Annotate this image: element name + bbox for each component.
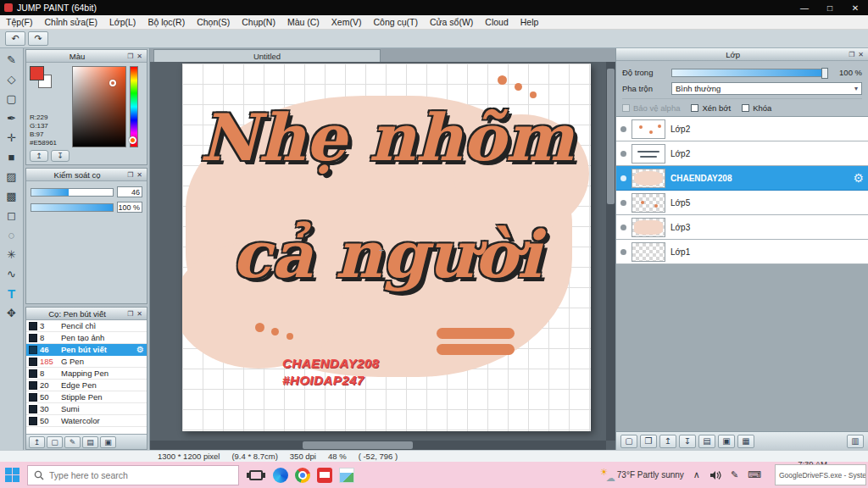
menu-color[interactable]: Màu (C): [281, 15, 326, 29]
menu-tools[interactable]: Công cụ(T): [367, 15, 424, 29]
photos-app-icon[interactable]: [339, 468, 354, 483]
layer-down-icon[interactable]: ↧: [679, 435, 696, 448]
menu-file[interactable]: Tệp(F): [0, 15, 39, 29]
palette-down-icon[interactable]: ↧: [51, 150, 70, 162]
marquee-tool-icon[interactable]: ◻: [2, 206, 22, 225]
duplicate-layer-icon[interactable]: ❐: [640, 435, 657, 448]
maximize-button[interactable]: □: [817, 0, 843, 15]
menu-capture[interactable]: Chụp(N): [236, 15, 281, 29]
new-brush-icon[interactable]: ▢: [47, 436, 63, 448]
brush-item-selected[interactable]: 46 Pen bút viết ⚙: [26, 344, 147, 356]
menu-view[interactable]: Xem(V): [326, 15, 368, 29]
jump-app-icon[interactable]: [317, 468, 332, 483]
taskbar-weather[interactable]: ☀☁ 73°F Partly sunny: [600, 469, 684, 481]
layer-visibility-icon[interactable]: [620, 175, 626, 181]
layer-visibility-icon[interactable]: [620, 249, 626, 255]
curve-tool-icon[interactable]: ∿: [2, 264, 22, 284]
opacity-slider-thumb[interactable]: [821, 68, 828, 79]
brush-item[interactable]: 8 Pen tạo ảnh: [26, 332, 147, 344]
popout-icon[interactable]: ❐: [125, 310, 135, 318]
clipping-checkbox[interactable]: Xén bớt: [691, 103, 731, 113]
brush-item[interactable]: 3 Pencil chì: [26, 320, 147, 332]
layer-opacity-slider[interactable]: [671, 69, 828, 77]
brush-item[interactable]: 20 Edge Pen: [26, 380, 147, 391]
merge-layer-icon[interactable]: ▤: [698, 435, 715, 448]
menu-select[interactable]: Chọn(S): [191, 15, 236, 29]
menu-help[interactable]: Help: [515, 15, 545, 29]
menu-filter[interactable]: Bộ lọc(R): [142, 15, 191, 29]
horizontal-scrollbar-thumb[interactable]: [303, 441, 413, 449]
volume-icon[interactable]: [709, 470, 721, 480]
layer-row[interactable]: Lớp5: [616, 191, 868, 215]
layer-up-icon[interactable]: ↥: [659, 435, 676, 448]
layer-row[interactable]: Lớp1: [616, 240, 868, 264]
vertical-scrollbar-thumb[interactable]: [607, 69, 615, 204]
layer-visibility-icon[interactable]: [620, 200, 626, 206]
shape-tool-icon[interactable]: ■: [2, 147, 22, 167]
palette-up-icon[interactable]: ↥: [30, 150, 48, 162]
popout-icon[interactable]: ❐: [125, 53, 135, 60]
brush-folder-icon[interactable]: ▣: [100, 436, 116, 448]
eraser-tool-icon[interactable]: ◇: [2, 69, 22, 89]
hand-tool-icon[interactable]: ✥: [2, 303, 22, 323]
layer-grid-icon[interactable]: ▦: [737, 435, 754, 448]
select-rect-tool-icon[interactable]: ▢: [2, 89, 22, 108]
layer-settings-gear-icon[interactable]: ⚙: [853, 171, 864, 185]
close-panel-icon[interactable]: ✕: [856, 51, 865, 58]
search-input[interactable]: [49, 470, 232, 480]
close-panel-icon[interactable]: ✕: [135, 310, 144, 318]
paint-canvas[interactable]: Nhẹ nhõm cả người CHAENDAY208 #HOIDAP247…: [182, 64, 591, 431]
menu-cloud[interactable]: Cloud: [479, 15, 514, 29]
layer-visibility-icon[interactable]: [620, 225, 626, 230]
lock-checkbox[interactable]: Khóa: [742, 103, 771, 113]
brush-opacity-slider[interactable]: [31, 203, 114, 212]
layer-visibility-icon[interactable]: [620, 126, 626, 132]
move-tool-icon[interactable]: ✛: [2, 128, 22, 147]
layer-row[interactable]: Lớp2: [616, 141, 868, 166]
edit-brush-icon[interactable]: ✎: [64, 436, 81, 448]
brush-settings-gear-icon[interactable]: ⚙: [136, 345, 144, 354]
layer-visibility-icon[interactable]: [620, 151, 626, 157]
brush-item[interactable]: 8 Mapping Pen: [26, 368, 147, 380]
undo-button[interactable]: ↶: [5, 31, 25, 46]
chrome-browser-icon[interactable]: [295, 468, 310, 483]
close-panel-icon[interactable]: ✕: [135, 53, 144, 60]
edge-browser-icon[interactable]: [273, 468, 288, 483]
new-layer-icon[interactable]: ▢: [620, 435, 637, 448]
magic-wand-tool-icon[interactable]: ✳: [2, 245, 22, 264]
brush-item[interactable]: 50 Watercolor: [26, 415, 147, 427]
saturation-value-picker[interactable]: [72, 66, 126, 147]
layer-row[interactable]: Lớp3: [616, 215, 868, 240]
pen-tray-icon[interactable]: ✎: [731, 469, 738, 480]
menu-window[interactable]: Cửa sổ(W): [424, 15, 479, 29]
horizontal-scrollbar[interactable]: [150, 441, 606, 450]
gradient-tool-icon[interactable]: ▩: [2, 186, 22, 206]
color-swatches[interactable]: [30, 66, 55, 92]
close-button[interactable]: ✕: [843, 0, 868, 15]
vertical-scrollbar[interactable]: [606, 62, 615, 441]
pen-tool-icon[interactable]: ✎: [2, 50, 22, 69]
pen-nib-tool-icon[interactable]: ✒: [2, 108, 22, 128]
popout-icon[interactable]: ❐: [847, 51, 856, 58]
canvas-viewport[interactable]: Nhẹ nhõm cả người CHAENDAY208 #HOIDAP247…: [150, 62, 615, 450]
lasso-tool-icon[interactable]: ◌: [2, 225, 22, 245]
keyboard-tray-icon[interactable]: ⌨: [748, 469, 761, 480]
delete-layer-icon[interactable]: ▥: [847, 435, 864, 448]
brush-opacity-value[interactable]: 100 %: [117, 202, 142, 213]
menu-edit[interactable]: Chỉnh sửa(E): [39, 15, 103, 29]
protect-alpha-checkbox[interactable]: Bảo vệ alpha: [622, 103, 680, 113]
brush-list-icon[interactable]: ▤: [82, 436, 98, 448]
foreground-color-swatch[interactable]: [30, 66, 44, 80]
layer-row-selected[interactable]: CHAENDAY208 ⚙: [616, 166, 868, 191]
redo-button[interactable]: ↷: [28, 31, 48, 46]
menu-layer[interactable]: Lớp(L): [103, 15, 142, 29]
brush-size-value[interactable]: 46: [117, 186, 142, 197]
brush-item[interactable]: 185 G Pen: [26, 356, 147, 368]
layer-folder-icon[interactable]: ▣: [718, 435, 735, 448]
taskbar-search[interactable]: [27, 465, 239, 485]
text-tool-icon[interactable]: T: [2, 284, 22, 303]
document-tab[interactable]: Untitled: [153, 49, 381, 62]
bucket-fill-tool-icon[interactable]: ▨: [2, 167, 22, 186]
close-panel-icon[interactable]: ✕: [135, 171, 144, 179]
popout-icon[interactable]: ❐: [125, 171, 135, 179]
